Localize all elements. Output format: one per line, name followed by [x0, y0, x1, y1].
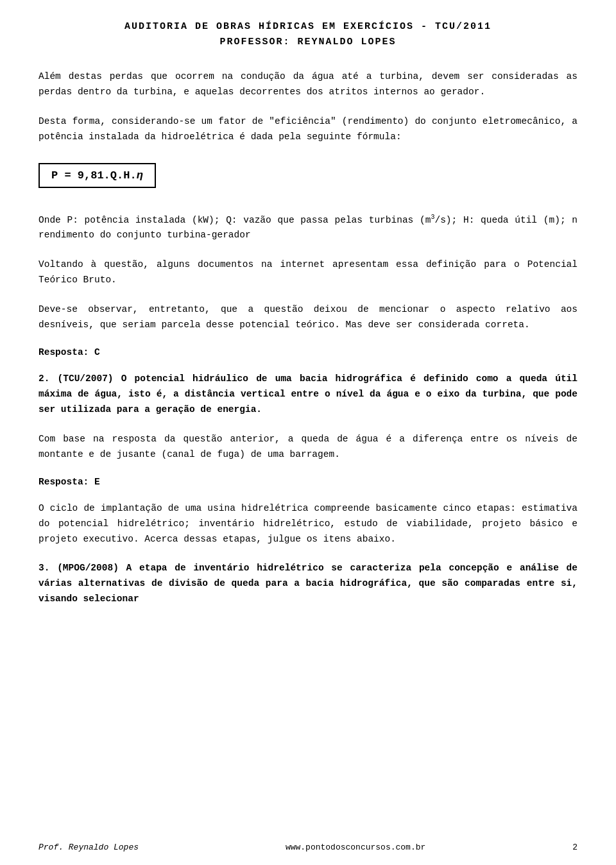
resposta1-section: Resposta: C [38, 347, 578, 357]
page-header: AUDITORIA DE OBRAS HÍDRICAS EM EXERCÍCIO… [38, 19, 578, 50]
q3-section: 3. (MPOG/2008) A etapa de inventário hid… [38, 561, 578, 607]
o-ciclo-paragraph: O ciclo de implantação de uma usina hidr… [38, 501, 578, 547]
resposta2-section: Resposta: E [38, 477, 578, 487]
q2-number: 2. [38, 373, 58, 384]
header-line2: PROFESSOR: REYNALDO LOPES [38, 35, 578, 50]
footer-website: www.pontodosconcursos.com.br [286, 843, 425, 852]
com-base-section: Com base na resposta da questão anterior… [38, 432, 578, 463]
onde-section: Onde P: potência instalada (kW); Q: vazã… [38, 212, 578, 244]
deve-se-section: Deve-se observar, entretanto, que a ques… [38, 302, 578, 333]
page-footer: Prof. Reynaldo Lopes www.pontodosconcurs… [0, 843, 616, 852]
resposta1: Resposta: C [38, 347, 578, 357]
q2-bold-text: (TCU/2007) O potencial hidráulico de uma… [38, 373, 578, 415]
q2-paragraph: 2. (TCU/2007) O potencial hidráulico de … [38, 372, 578, 418]
formula-text: P = 9,81.Q.H.η [51, 169, 143, 182]
formula-box: P = 9,81.Q.H.η [38, 163, 156, 188]
header-title: AUDITORIA DE OBRAS HÍDRICAS EM EXERCÍCIO… [38, 19, 578, 50]
q3-paragraph: 3. (MPOG/2008) A etapa de inventário hid… [38, 561, 578, 607]
com-base-paragraph: Com base na resposta da questão anterior… [38, 432, 578, 463]
desta-forma-paragraph: Desta forma, considerando-se um fator de… [38, 114, 578, 145]
footer-page-number: 2 [572, 843, 578, 852]
intro-section: Além destas perdas que ocorrem na conduç… [38, 69, 578, 100]
onde-paragraph: Onde P: potência instalada (kW); Q: vazã… [38, 212, 578, 244]
q2-section: 2. (TCU/2007) O potencial hidráulico de … [38, 372, 578, 418]
footer-author: Prof. Reynaldo Lopes [38, 843, 139, 852]
o-ciclo-section: O ciclo de implantação de uma usina hidr… [38, 501, 578, 547]
voltando-paragraph: Voltando à questão, alguns documentos na… [38, 257, 578, 288]
q3-full: 3. (MPOG/2008) A etapa de inventário hid… [38, 563, 578, 604]
header-line1: AUDITORIA DE OBRAS HÍDRICAS EM EXERCÍCIO… [38, 19, 578, 35]
voltando-section: Voltando à questão, alguns documentos na… [38, 257, 578, 288]
intro-paragraph: Além destas perdas que ocorrem na conduç… [38, 69, 578, 100]
resposta2: Resposta: E [38, 477, 578, 487]
deve-se-paragraph: Deve-se observar, entretanto, que a ques… [38, 302, 578, 333]
desta-forma-section: Desta forma, considerando-se um fator de… [38, 114, 578, 198]
page-container: AUDITORIA DE OBRAS HÍDRICAS EM EXERCÍCIO… [0, 0, 616, 865]
